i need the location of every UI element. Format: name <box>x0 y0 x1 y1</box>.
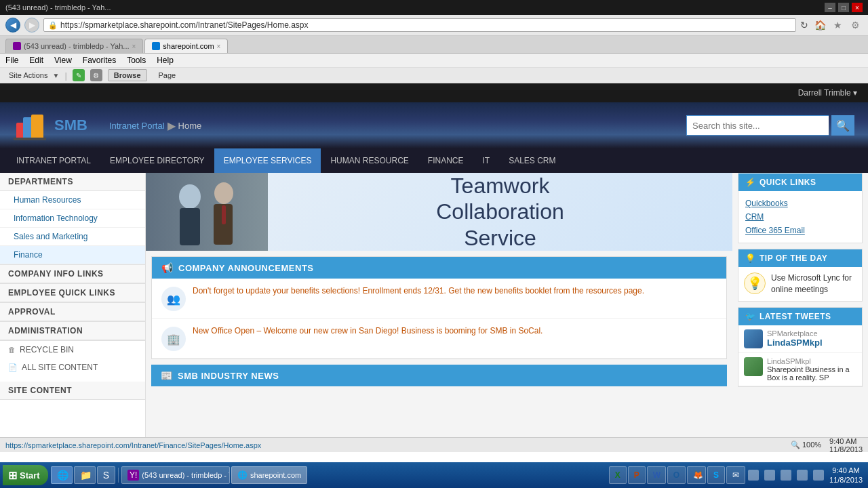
menu-view[interactable]: View <box>54 55 72 66</box>
sharepoint-icon: S <box>103 470 109 481</box>
search-button[interactable]: 🔍 <box>831 115 854 136</box>
browser-title-bar: (543 unread) - trimbledp - Yah... – □ × <box>0 0 868 15</box>
sp-content-area: DEPARTMENTS Human Resources Information … <box>0 173 868 437</box>
tweet-handle-1[interactable]: LindaSPMkpl <box>767 338 856 348</box>
taskbar-ppt-icon[interactable]: P <box>628 466 646 484</box>
nav-item-finance[interactable]: FINANCE <box>418 148 473 173</box>
taskbar-yahoo-label: (543 unread) - trimbledp - Yah... <box>142 471 230 479</box>
tweet-username-2: LindaSPMkpl <box>767 357 856 365</box>
taskbar-skype-icon[interactable]: S <box>707 466 725 484</box>
tab-sharepoint-close[interactable]: × <box>217 43 221 50</box>
nav-item-employee-services[interactable]: EMPLOYEE SERVICES <box>214 148 321 173</box>
tweet-content-2: LindaSPMkpl Sharepoint Business in a Box… <box>767 357 856 382</box>
sp-favicon <box>152 42 160 50</box>
sidebar-item-it[interactable]: Information Technology <box>0 209 145 228</box>
all-site-content-label: ALL SITE CONTENT <box>22 363 98 372</box>
office365-link[interactable]: Office 365 Email <box>745 224 855 237</box>
edit-icon[interactable]: ✎ <box>73 69 85 81</box>
tweet-avatar-image-2 <box>744 357 763 376</box>
system-clock: 9:40 AM 11/8/2013 <box>829 466 863 485</box>
address-bar[interactable]: 🔒 https://spmarketplace.sharepoint.com/I… <box>43 18 796 32</box>
tweet-item-1: SPMarketplace LindaSPMkpl <box>738 325 862 353</box>
nav-item-intranet-portal[interactable]: INTRANET PORTAL <box>7 148 100 173</box>
home-icon[interactable]: 🏠 <box>812 18 827 33</box>
twitter-icon: 🐦 <box>745 312 755 321</box>
taskbar-ie-icon[interactable]: 🌐 <box>51 466 73 484</box>
browse-button[interactable]: Browse <box>108 69 147 81</box>
menu-tools[interactable]: Tools <box>127 55 146 66</box>
taskbar-folder-icon[interactable]: 📁 <box>74 466 96 484</box>
announcements-section: 📢 COMPANY ANNOUNCEMENTS 👥 Don't forget t… <box>151 256 727 359</box>
hero-image <box>146 173 268 251</box>
crm-link[interactable]: CRM <box>745 210 855 224</box>
maximize-button[interactable]: □ <box>838 3 849 12</box>
back-button[interactable]: ◀ <box>5 18 20 33</box>
sp-breadcrumb: Intranet Portal ▶ Home <box>109 119 201 132</box>
announcement-text-1[interactable]: Don't forget to update your benefits sel… <box>193 285 644 297</box>
network-icon[interactable] <box>813 470 824 481</box>
tab-yahoo-close[interactable]: × <box>132 43 136 50</box>
breadcrumb-portal-link[interactable]: Intranet Portal <box>109 121 165 131</box>
minimize-button[interactable]: – <box>825 3 835 12</box>
taskbar-excel-icon[interactable]: X <box>609 466 627 484</box>
menu-help[interactable]: Help <box>157 55 174 66</box>
latest-tweets-section: 🐦 LATEST TWEETS SPMarketplace LindaSPMkp… <box>738 307 863 387</box>
menu-file[interactable]: File <box>5 55 18 66</box>
hero-line1: Teamwork Collaboration Service <box>288 173 712 251</box>
taskbar-task-sharepoint[interactable]: 🌐 sharepoint.com <box>231 466 307 484</box>
sidebar-item-sales-marketing[interactable]: Sales and Marketing <box>0 228 145 246</box>
tab-yahoo[interactable]: (543 unread) - trimbledp - Yah... × <box>5 39 143 53</box>
site-actions-arrow[interactable]: ▼ <box>52 72 59 79</box>
clock-time: 9:40 AM <box>829 466 863 475</box>
settings-page-icon[interactable]: ⚙ <box>90 69 102 81</box>
tip-of-day-section: 💡 TIP OF THE DAY 💡 Use Microsoft Lync fo… <box>738 249 863 302</box>
taskbar-sp-icon[interactable]: S <box>97 466 115 484</box>
taskbar-task-yahoo[interactable]: Y! (543 unread) - trimbledp - Yah... <box>121 466 230 484</box>
close-button[interactable]: × <box>852 3 863 12</box>
employee-quick-section: EMPLOYEE QUICK LINKS <box>0 284 145 303</box>
menu-favorites[interactable]: Favorites <box>83 55 116 66</box>
sidebar-item-finance[interactable]: Finance <box>0 246 145 264</box>
browser-title-text: (543 unread) - trimbledp - Yah... <box>5 3 819 12</box>
search-input[interactable] <box>686 115 829 136</box>
nav-item-it[interactable]: IT <box>473 148 499 173</box>
nav-item-employee-directory[interactable]: EMPLOYEE DIRECTORY <box>100 148 214 173</box>
taskbar-word-icon[interactable]: W <box>647 466 666 484</box>
recycle-bin-link[interactable]: 🗑 RECYCLE BIN <box>0 341 145 359</box>
announcements-title: COMPANY ANNOUNCEMENTS <box>178 263 314 273</box>
approval-section: APPROVAL <box>0 303 145 322</box>
browser-window-controls: – □ × <box>825 3 863 12</box>
status-time: 9:40 AM 11/8/2013 <box>829 437 863 453</box>
nav-item-sales-crm[interactable]: SALES CRM <box>499 148 565 173</box>
mail-icon: ✉ <box>732 470 739 480</box>
refresh-button[interactable]: ↻ <box>800 20 808 30</box>
page-button[interactable]: Page <box>153 69 182 81</box>
svg-point-8 <box>214 182 233 204</box>
hero-teamwork: Teamwork <box>451 174 550 198</box>
tray-icon-3[interactable] <box>781 470 791 481</box>
site-actions-button[interactable]: Site Actions <box>5 70 51 81</box>
taskbar-mail-icon[interactable]: ✉ <box>726 466 745 484</box>
sharepoint-container: Darrell Trimble ▾ SMB Intranet Portal ▶ … <box>0 83 868 437</box>
tab-sharepoint[interactable]: sharepoint.com × <box>144 39 228 53</box>
nav-item-human-resource[interactable]: HUMAN RESOURCE <box>321 148 418 173</box>
volume-icon[interactable] <box>797 470 808 481</box>
all-site-content-link[interactable]: 📄 ALL SITE CONTENT <box>0 359 145 376</box>
settings-icon[interactable]: ⚙ <box>848 18 863 33</box>
taskbar-firefox-icon[interactable]: 🦊 <box>687 466 706 484</box>
tab-sharepoint-label: sharepoint.com <box>163 42 214 50</box>
sp-topbar: Darrell Trimble ▾ <box>0 83 868 102</box>
start-label: Start <box>20 470 40 481</box>
sidebar-item-human-resources[interactable]: Human Resources <box>0 191 145 209</box>
svg-rect-7 <box>180 208 200 245</box>
star-icon[interactable]: ★ <box>830 18 845 33</box>
start-button[interactable]: ⊞ Start <box>3 465 48 485</box>
taskbar-outlook-icon[interactable]: O <box>667 466 686 484</box>
departments-header: DEPARTMENTS <box>0 173 145 191</box>
tray-icon-2[interactable] <box>764 470 775 481</box>
quickbooks-link[interactable]: Quickbooks <box>745 197 855 210</box>
menu-edit[interactable]: Edit <box>29 55 43 66</box>
tray-icon-1[interactable] <box>748 470 759 481</box>
sp-user-info[interactable]: Darrell Trimble ▾ <box>798 88 857 98</box>
announcement-text-2[interactable]: New Office Open – Welcome our new crew i… <box>193 325 542 337</box>
